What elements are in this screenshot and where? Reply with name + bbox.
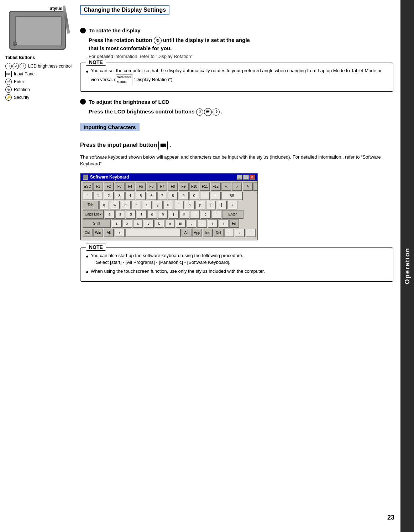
- key-lbracket[interactable]: [: [206, 201, 216, 209]
- key-win[interactable]: Win: [93, 229, 103, 237]
- press-panel-text: Press the input panel button ⌨ .: [80, 141, 393, 150]
- key-right[interactable]: →: [246, 229, 256, 237]
- key-equals[interactable]: =: [211, 192, 221, 200]
- key-e[interactable]: e: [121, 201, 131, 209]
- key-b[interactable]: b: [154, 219, 164, 228]
- key-app[interactable]: App: [192, 229, 202, 237]
- page-number: 23: [387, 514, 394, 521]
- minimize-button[interactable]: _: [237, 175, 242, 180]
- key-up[interactable]: ↑: [219, 219, 229, 228]
- key-left[interactable]: ←: [224, 229, 234, 237]
- key-g[interactable]: g: [147, 210, 157, 219]
- key-t[interactable]: t: [142, 201, 152, 209]
- key-capslock[interactable]: Caps Lock: [83, 210, 104, 219]
- key-minus[interactable]: -: [200, 192, 210, 200]
- lcd-btn-3[interactable]: ☽: [213, 108, 220, 116]
- key-backspace[interactable]: BS: [221, 192, 243, 200]
- key-scroll[interactable]: ↖: [221, 182, 231, 191]
- key-backslash[interactable]: \: [227, 201, 237, 209]
- key-alt-r[interactable]: Alt: [182, 229, 192, 237]
- key-f3[interactable]: F3: [115, 182, 125, 191]
- key-5[interactable]: 5: [136, 192, 146, 200]
- key-f10[interactable]: F10: [189, 182, 199, 191]
- key-pause[interactable]: ↗: [232, 182, 242, 191]
- key-esc[interactable]: ESC: [83, 182, 93, 191]
- key-extra[interactable]: ⊠: [253, 182, 258, 191]
- key-7[interactable]: 7: [157, 192, 167, 200]
- key-del[interactable]: Del: [214, 229, 224, 237]
- key-shift[interactable]: Shift: [83, 219, 111, 228]
- key-y[interactable]: y: [153, 201, 163, 209]
- key-l[interactable]: l: [190, 210, 200, 219]
- note-bullet-2: ●: [86, 253, 89, 260]
- key-f8[interactable]: F8: [168, 182, 178, 191]
- key-q[interactable]: q: [99, 201, 109, 209]
- key-f12[interactable]: F12: [211, 182, 221, 191]
- key-period[interactable]: .: [197, 219, 207, 228]
- key-edit[interactable]: ✎: [243, 182, 253, 191]
- key-d[interactable]: d: [126, 210, 136, 219]
- key-2[interactable]: 2: [104, 192, 114, 200]
- key-1[interactable]: 1: [93, 192, 103, 200]
- key-tab[interactable]: Tab: [83, 201, 99, 209]
- key-rbracket[interactable]: ]: [217, 201, 227, 209]
- key-8[interactable]: 8: [168, 192, 178, 200]
- section2-header: Inputting Characters: [80, 123, 393, 137]
- key-o[interactable]: o: [185, 201, 195, 209]
- key-j[interactable]: j: [169, 210, 179, 219]
- key-quote[interactable]: ': [211, 210, 221, 219]
- key-m[interactable]: m: [176, 219, 186, 228]
- key-f11[interactable]: F11: [200, 182, 210, 191]
- brightness-instr-part1: Press the LCD brightness control buttons: [89, 108, 196, 115]
- key-c[interactable]: c: [133, 219, 143, 228]
- key-f4[interactable]: F4: [125, 182, 135, 191]
- key-9[interactable]: 9: [179, 192, 189, 200]
- key-backtick[interactable]: `: [83, 192, 93, 200]
- key-n[interactable]: n: [165, 219, 175, 228]
- maximize-button[interactable]: □: [243, 175, 249, 180]
- key-semicolon[interactable]: ;: [201, 210, 211, 219]
- key-i[interactable]: i: [174, 201, 184, 209]
- key-r[interactable]: r: [131, 201, 141, 209]
- rotate-bullet: [80, 28, 86, 33]
- key-3[interactable]: 3: [115, 192, 125, 200]
- key-space[interactable]: [125, 229, 181, 237]
- key-w[interactable]: w: [110, 201, 120, 209]
- key-a[interactable]: a: [105, 210, 115, 219]
- key-fn[interactable]: Fn: [229, 219, 239, 228]
- key-slash[interactable]: /: [208, 219, 218, 228]
- key-k[interactable]: k: [179, 210, 189, 219]
- key-4[interactable]: 4: [125, 192, 135, 200]
- rotate-instr-part3: that is most comfortable for you.: [89, 45, 172, 51]
- key-f2[interactable]: F2: [104, 182, 114, 191]
- key-p[interactable]: p: [195, 201, 205, 209]
- close-button[interactable]: ✕: [250, 175, 255, 180]
- key-f9[interactable]: F9: [179, 182, 189, 191]
- key-f6[interactable]: F6: [147, 182, 157, 191]
- key-h[interactable]: h: [158, 210, 168, 219]
- key-down[interactable]: ↓: [235, 229, 245, 237]
- key-z[interactable]: z: [112, 219, 122, 228]
- key-s[interactable]: s: [115, 210, 125, 219]
- key-enter[interactable]: Enter: [222, 210, 243, 219]
- key-x[interactable]: x: [122, 219, 132, 228]
- key-f5[interactable]: F5: [136, 182, 146, 191]
- key-v[interactable]: v: [144, 219, 154, 228]
- key-f[interactable]: f: [137, 210, 147, 219]
- key-u[interactable]: u: [163, 201, 173, 209]
- key-bs2[interactable]: \: [115, 229, 125, 237]
- input-note-text-2: When using the touchscreen function, use…: [91, 268, 265, 275]
- note-bullet-3: ●: [86, 268, 89, 276]
- lcd-btn-1[interactable]: ☽: [196, 108, 203, 116]
- rotate-instruction: Press the rotation button ↻ until the di…: [89, 36, 393, 52]
- key-comma[interactable]: ,: [187, 219, 196, 228]
- key-f1[interactable]: F1: [93, 182, 103, 191]
- key-ins[interactable]: Ins: [203, 229, 213, 237]
- key-ctrl[interactable]: Ctrl: [83, 229, 93, 237]
- key-0[interactable]: 0: [189, 192, 199, 200]
- lcd-btn-2[interactable]: ☀: [204, 108, 212, 116]
- key-alt-l[interactable]: Alt: [104, 229, 114, 237]
- key-f7[interactable]: F7: [157, 182, 167, 191]
- key-6[interactable]: 6: [147, 192, 157, 200]
- input-panel-button-icon[interactable]: ⌨: [158, 141, 168, 150]
